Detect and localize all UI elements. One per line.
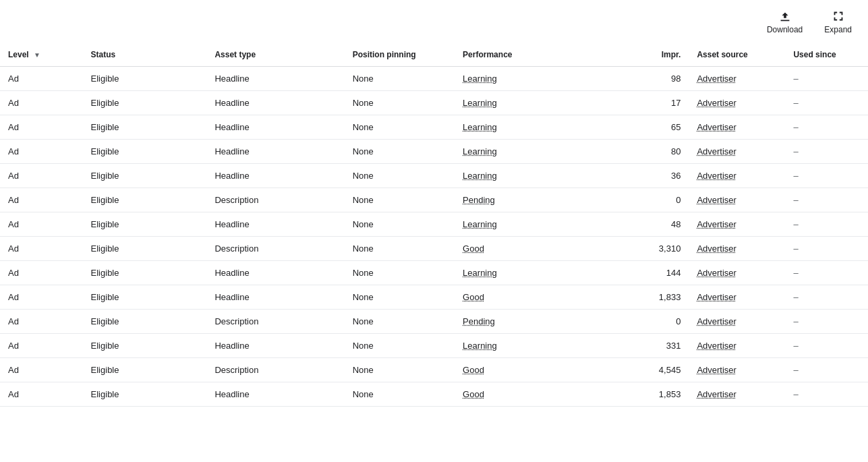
cell-asset_type: Headline [206, 164, 344, 188]
cell-level: Ad [0, 310, 83, 334]
cell-performance[interactable]: Learning [455, 67, 620, 91]
table-row: AdEligibleHeadlineNoneLearning65Advertis… [0, 115, 868, 140]
cell-asset_source[interactable]: Advertiser [689, 358, 785, 382]
col-header-asset-type: Asset type [206, 43, 344, 67]
cell-asset_source[interactable]: Advertiser [689, 164, 785, 188]
assets-table: Level ▼ Status Asset type Position pinni… [0, 43, 868, 407]
download-label: Download [767, 25, 803, 34]
cell-level: Ad [0, 212, 83, 237]
cell-used_since: – [785, 261, 868, 285]
cell-performance[interactable]: Learning [455, 140, 620, 164]
cell-asset_type: Description [206, 310, 344, 334]
cell-asset_type: Headline [206, 115, 344, 140]
cell-status: Eligible [83, 91, 207, 115]
cell-position_pinning: None [345, 140, 455, 164]
cell-used_since: – [785, 334, 868, 358]
table-row: AdEligibleDescriptionNonePending0Adverti… [0, 188, 868, 212]
cell-asset_type: Headline [206, 285, 344, 310]
cell-position_pinning: None [345, 334, 455, 358]
cell-status: Eligible [83, 188, 207, 212]
cell-performance[interactable]: Pending [455, 310, 620, 334]
data-table-container: Level ▼ Status Asset type Position pinni… [0, 43, 868, 407]
col-header-used-since: Used since [785, 43, 868, 67]
cell-performance[interactable]: Good [455, 285, 620, 310]
cell-asset_source[interactable]: Advertiser [689, 285, 785, 310]
expand-icon [831, 9, 846, 24]
cell-performance[interactable]: Good [455, 237, 620, 261]
cell-asset_source[interactable]: Advertiser [689, 237, 785, 261]
cell-asset_type: Description [206, 358, 344, 382]
cell-asset_type: Headline [206, 261, 344, 285]
cell-used_since: – [785, 188, 868, 212]
cell-status: Eligible [83, 164, 207, 188]
cell-position_pinning: None [345, 310, 455, 334]
cell-asset_source[interactable]: Advertiser [689, 261, 785, 285]
table-row: AdEligibleHeadlineNoneGood1,833Advertise… [0, 285, 868, 310]
cell-asset_type: Description [206, 237, 344, 261]
cell-impr: 4,545 [620, 358, 689, 382]
col-header-position-pinning: Position pinning [345, 43, 455, 67]
toolbar: Download Expand [0, 0, 868, 43]
cell-status: Eligible [83, 382, 207, 407]
cell-performance[interactable]: Learning [455, 334, 620, 358]
download-button[interactable]: Download [761, 6, 808, 37]
cell-used_since: – [785, 91, 868, 115]
col-header-status: Status [83, 43, 207, 67]
cell-asset_source[interactable]: Advertiser [689, 334, 785, 358]
cell-asset_source[interactable]: Advertiser [689, 310, 785, 334]
cell-performance[interactable]: Good [455, 358, 620, 382]
cell-impr: 1,833 [620, 285, 689, 310]
cell-asset_source[interactable]: Advertiser [689, 67, 785, 91]
cell-asset_type: Headline [206, 334, 344, 358]
cell-level: Ad [0, 188, 83, 212]
cell-position_pinning: None [345, 212, 455, 237]
table-row: AdEligibleHeadlineNoneLearning36Advertis… [0, 164, 868, 188]
col-header-impr: Impr. [620, 43, 689, 67]
cell-asset_source[interactable]: Advertiser [689, 382, 785, 407]
cell-performance[interactable]: Learning [455, 91, 620, 115]
col-header-performance: Performance [455, 43, 620, 67]
cell-impr: 65 [620, 115, 689, 140]
cell-used_since: – [785, 67, 868, 91]
cell-level: Ad [0, 237, 83, 261]
table-header-row: Level ▼ Status Asset type Position pinni… [0, 43, 868, 67]
cell-performance[interactable]: Learning [455, 115, 620, 140]
cell-position_pinning: None [345, 188, 455, 212]
cell-performance[interactable]: Learning [455, 212, 620, 237]
cell-position_pinning: None [345, 382, 455, 407]
cell-asset_source[interactable]: Advertiser [689, 188, 785, 212]
cell-status: Eligible [83, 140, 207, 164]
cell-used_since: – [785, 140, 868, 164]
cell-used_since: – [785, 237, 868, 261]
expand-button[interactable]: Expand [819, 6, 857, 37]
cell-performance[interactable]: Learning [455, 164, 620, 188]
col-header-level[interactable]: Level ▼ [0, 43, 83, 67]
table-row: AdEligibleDescriptionNoneGood3,310Advert… [0, 237, 868, 261]
cell-asset_source[interactable]: Advertiser [689, 140, 785, 164]
cell-position_pinning: None [345, 115, 455, 140]
cell-impr: 0 [620, 310, 689, 334]
cell-level: Ad [0, 67, 83, 91]
cell-asset_type: Headline [206, 67, 344, 91]
cell-impr: 80 [620, 140, 689, 164]
cell-position_pinning: None [345, 237, 455, 261]
cell-asset_source[interactable]: Advertiser [689, 115, 785, 140]
cell-position_pinning: None [345, 91, 455, 115]
table-row: AdEligibleHeadlineNoneLearning144Adverti… [0, 261, 868, 285]
cell-performance[interactable]: Pending [455, 188, 620, 212]
cell-asset_type: Headline [206, 382, 344, 407]
cell-performance[interactable]: Learning [455, 261, 620, 285]
cell-impr: 0 [620, 188, 689, 212]
cell-performance[interactable]: Good [455, 382, 620, 407]
cell-asset_source[interactable]: Advertiser [689, 91, 785, 115]
table-row: AdEligibleHeadlineNoneLearning80Advertis… [0, 140, 868, 164]
cell-impr: 144 [620, 261, 689, 285]
cell-asset_source[interactable]: Advertiser [689, 212, 785, 237]
cell-level: Ad [0, 358, 83, 382]
table-row: AdEligibleHeadlineNoneLearning331Adverti… [0, 334, 868, 358]
col-header-asset-source: Asset source [689, 43, 785, 67]
cell-position_pinning: None [345, 164, 455, 188]
cell-status: Eligible [83, 212, 207, 237]
table-row: AdEligibleDescriptionNoneGood4,545Advert… [0, 358, 868, 382]
cell-position_pinning: None [345, 358, 455, 382]
